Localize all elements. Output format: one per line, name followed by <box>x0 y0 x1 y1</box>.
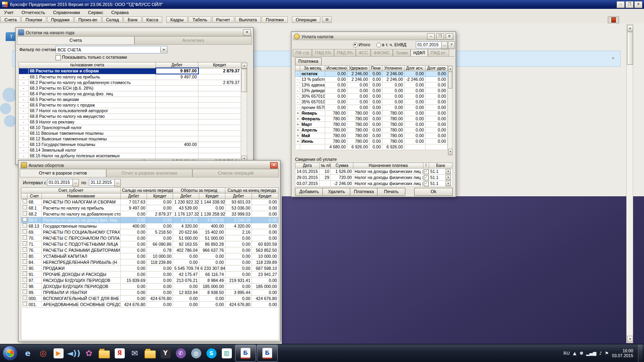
balances-row[interactable]: -68.9 Налог на рекламу <box>19 119 241 125</box>
row-expand-cell[interactable]: - <box>295 88 300 94</box>
turnover-row[interactable]: 76.РАСЧЕТЫ С РАЗНЫМИ ДЕБИТОРАМИ0.000.784… <box>21 247 279 253</box>
row-expand-cell[interactable] <box>21 302 27 308</box>
expand-icon[interactable] <box>23 253 27 258</box>
tray-volume-icon[interactable]: ♪ <box>599 351 602 356</box>
tab[interactable]: Список операций <box>192 169 279 177</box>
balances-close-button[interactable]: ✕ <box>243 29 251 36</box>
add-button[interactable]: Добавить <box>295 188 323 196</box>
tax-table-scrollbar[interactable]: ▲ ▼ <box>448 65 452 156</box>
taskbar-icon-internet-explorer[interactable]: e <box>20 345 35 361</box>
chevron-down-icon[interactable]: ▼ <box>446 181 451 186</box>
tab[interactable]: НДФЛ <box>411 49 428 56</box>
toolbar-button[interactable]: Склад <box>102 16 123 23</box>
row-expand-cell[interactable]: - <box>295 105 300 111</box>
tax-row[interactable]: -13% адвокать0.000.000.000.000.000.00 <box>295 82 448 88</box>
info-bar-close-icon[interactable]: × <box>611 55 615 61</box>
expand-icon[interactable] <box>23 205 27 210</box>
taskbar-app-buhsoft-window-2[interactable]: Б <box>257 345 278 362</box>
row-expand-cell[interactable]: + <box>295 116 300 122</box>
tab[interactable]: ПФД 6% <box>312 49 334 56</box>
row-expand-cell[interactable]: - <box>19 131 29 136</box>
tab[interactable]: Отчет в разрезе счетов <box>20 169 106 177</box>
turnover-row[interactable]: 68.РАСЧЕТЫ ПО НАЛОГАМ И СБОРАМ7 017.630.… <box>21 199 279 205</box>
row-expand-cell[interactable]: - <box>295 82 300 88</box>
row-expand-cell[interactable]: - <box>295 94 300 99</box>
tab[interactable]: ФФОМС <box>371 49 392 56</box>
turnover-row[interactable]: 80.УСТАВНЫЙ КАПИТАЛ0.0010 000.000.000.00… <box>21 253 279 259</box>
checkbox-checked-icon[interactable]: ✓ <box>424 181 429 186</box>
turnover-row[interactable]: 97.РАСХОДЫ БУДУЩИХ ПЕРИОДОВ15 839.690.00… <box>21 278 279 284</box>
tab[interactable]: ФСС <box>356 49 371 56</box>
row-expand-cell[interactable]: + <box>295 122 300 128</box>
expand-icon[interactable] <box>23 284 27 288</box>
accounts-filter-combobox[interactable]: ВСЕ СЧЕТА ▼ <box>56 46 167 53</box>
taskbar-app-buhsoft-window-1[interactable]: Б <box>235 345 256 362</box>
payment-order-button-top[interactable]: Платежка <box>295 58 322 66</box>
delete-button[interactable]: Удалить <box>322 188 351 196</box>
help-button[interactable]: ? <box>448 41 455 49</box>
turnover-row[interactable]: 68.13Государственные пошлины400.000.004 … <box>21 223 279 229</box>
row-expand-cell[interactable]: - <box>19 153 29 159</box>
expand-icon[interactable] <box>23 217 27 222</box>
row-expand-cell[interactable]: - <box>295 77 300 82</box>
tax-row[interactable]: +Май780.00780.000.00780.000.000.00 <box>295 133 448 139</box>
row-expand-cell[interactable] <box>21 265 27 272</box>
interval-from-input[interactable]: 01.01.2015 <box>47 179 74 186</box>
tax-row[interactable]: +Февраль780.00780.000.00780.000.000.00 <box>295 116 448 122</box>
tab[interactable]: Счета <box>17 36 134 44</box>
row-expand-cell[interactable]: - <box>19 86 29 91</box>
tax-row[interactable]: -остаток0.002 246.000.002 246.000.000.00 <box>295 71 448 77</box>
expand-icon[interactable] <box>23 223 27 228</box>
close-button[interactable]: ✕ <box>634 1 642 8</box>
bank-cell[interactable]: 51.1▼ <box>429 175 452 181</box>
row-expand-cell[interactable] <box>21 229 27 235</box>
tax-row[interactable]: +Апрель780.00780.000.00780.000.000.00 <box>295 128 448 133</box>
toolbar-button[interactable]: Касса <box>142 16 163 23</box>
turnover-row[interactable]: 000.ВСПОМОГАТЕЛЬНЫЙ СЧЕТ ДЛЯ ВНЕ0.00424 … <box>21 296 279 302</box>
language-indicator[interactable]: RU <box>564 351 570 356</box>
balances-row[interactable]: -68.15 Налог на добычу полезных ископаем… <box>19 153 241 159</box>
tab[interactable]: ПФД кл. <box>428 49 449 56</box>
taskbar-icon-messenger[interactable]: ✿ <box>81 345 97 361</box>
tab[interactable]: Травм <box>393 49 411 56</box>
tax-titlebar[interactable]: Уплата налогов – ❐ ✕ <box>293 33 454 40</box>
taskbar-icon-skype[interactable]: S <box>204 345 219 361</box>
row-expand-cell[interactable]: - <box>19 91 29 97</box>
row-expand-cell[interactable]: - <box>19 136 29 142</box>
row-expand-cell[interactable] <box>21 211 27 217</box>
menu-item[interactable]: Сервис <box>84 9 107 16</box>
expand-icon[interactable] <box>23 211 27 216</box>
toolbar-button[interactable]: Операции <box>292 16 320 23</box>
turnover-row[interactable]: 84.НЕРАСПРЕДЕЛЕННАЯ ПРИБЫЛЬ (Н0.00118 23… <box>21 259 279 265</box>
balances-titlebar[interactable]: Остатки на начало года ✕ <box>17 29 252 36</box>
tax-maximize-button[interactable]: ❐ <box>436 33 444 40</box>
expand-icon[interactable] <box>23 272 27 276</box>
minimize-button[interactable]: – <box>617 1 625 8</box>
turnover-titlebar[interactable]: Анализ оборотов ✕ <box>20 162 279 169</box>
checkbox-checked-icon[interactable]: ✓ <box>424 175 429 180</box>
toolbar-button[interactable]: Расчет <box>212 16 234 23</box>
expand-icon[interactable] <box>23 302 27 306</box>
row-expand-cell[interactable]: + <box>295 139 300 144</box>
balances-row[interactable]: -68.3 Расчеты по ЕСН (ф.6. 28%) <box>19 86 241 91</box>
taskbar-icon-browser[interactable]: ◎ <box>35 345 51 361</box>
payment-order-button[interactable]: Платежка <box>350 188 378 196</box>
taskbar-icon-volume-mixer[interactable]: ◄)) <box>66 345 81 361</box>
tax-row[interactable]: -13 % работни0.002 246.000.002 246.00-2 … <box>295 77 448 82</box>
tax-row[interactable]: -30% 657010000.000.000.000.000.000.00 <box>295 94 448 99</box>
row-expand-cell[interactable] <box>21 199 27 205</box>
row-expand-cell[interactable]: - <box>19 74 29 80</box>
toolbar-button[interactable]: Банк <box>124 16 141 23</box>
turnover-row[interactable]: 70.РАСЧЕТЫ С ПЕРСОНАЛОМ ПО ОПЛА0.000.005… <box>21 235 279 241</box>
taskbar-icon-media-player[interactable]: ▶ <box>51 345 66 361</box>
tab[interactable]: Отчет в разрезе аналитики <box>106 169 193 177</box>
print-button[interactable]: Печать <box>377 188 405 196</box>
toolbar-button[interactable]: Выплата <box>235 16 261 23</box>
balances-row[interactable]: -68.11 Ввозные таможенные пошлины <box>19 131 241 136</box>
tax-row[interactable]: +Январь780.00780.000.00780.000.000.00 <box>295 111 448 116</box>
row-expand-cell[interactable] <box>21 223 27 229</box>
expand-icon[interactable] <box>23 265 27 270</box>
checkbox-checked-icon[interactable]: ✓ <box>424 169 429 174</box>
row-expand-cell[interactable]: - <box>19 125 29 131</box>
expand-icon[interactable] <box>23 259 27 264</box>
